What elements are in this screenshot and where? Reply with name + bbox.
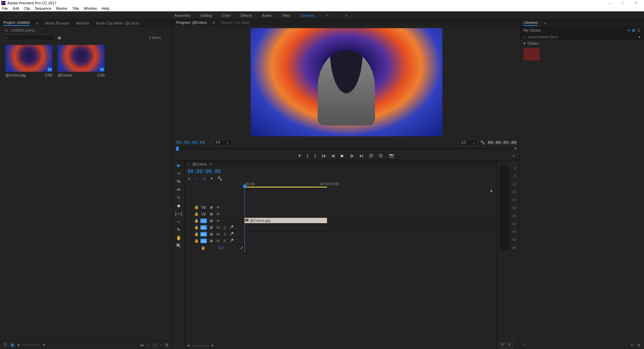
add-content-icon[interactable]: + (524, 343, 526, 347)
mute-icon[interactable]: M (216, 226, 220, 230)
panel-menu-icon[interactable]: ≡ (36, 21, 38, 25)
track-label[interactable]: V3 (200, 205, 207, 209)
step-forward-icon[interactable]: |▸ (350, 153, 354, 158)
search-input[interactable]: ⌕ (5, 35, 55, 41)
lock-icon[interactable]: 🔒 (194, 232, 198, 236)
maximize-button[interactable]: ▢ (616, 1, 629, 5)
menu-window[interactable]: Window (84, 6, 97, 10)
resolution-dropdown[interactable]: 1/2⌄ (459, 140, 478, 145)
project-item[interactable]: @Colors.jpg5:00 (5, 45, 52, 77)
color-swatch[interactable] (524, 48, 540, 60)
workspace-menu-icon[interactable]: ≡ (326, 13, 328, 17)
list-view-icon[interactable]: ☰ (637, 28, 641, 33)
delete-icon[interactable]: 🗑 (165, 343, 169, 347)
lock-icon[interactable]: 🔒 (194, 239, 198, 243)
track-content[interactable] (245, 211, 496, 217)
workspace-effects[interactable]: Effects (241, 13, 252, 17)
go-to-in-icon[interactable]: |◂ (322, 153, 325, 158)
menu-edit[interactable]: Edit (13, 6, 19, 10)
marker-icon[interactable]: ▾ (299, 153, 301, 158)
libraries-sync-icon[interactable]: ⟲ (631, 343, 634, 347)
workspace-libraries[interactable]: Libraries (300, 13, 314, 17)
new-item-icon[interactable]: ▫ (160, 343, 162, 347)
work-area-bar[interactable] (245, 187, 327, 188)
rolling-edit-icon[interactable]: ⇔ (175, 187, 182, 192)
menu-clip[interactable]: Clip (24, 6, 30, 10)
timecode-in[interactable]: 00:00:00:00 (176, 140, 205, 145)
solo-left[interactable]: S (499, 342, 505, 349)
track-label[interactable]: V2 (200, 212, 207, 216)
zoom-slider[interactable] (23, 345, 40, 345)
timeline-timecode[interactable]: 00:00:00:00 (187, 168, 221, 174)
timeline-clip[interactable]: @Colors.jpg (245, 218, 327, 223)
nest-icon[interactable]: ⚹ (187, 176, 191, 181)
zoom-slider-handle[interactable] (43, 344, 45, 346)
play-icon[interactable]: ▶ (341, 153, 344, 158)
stock-search-input[interactable] (528, 35, 637, 39)
source-patch-icon[interactable]: ▣ (209, 212, 214, 216)
workspace-titles[interactable]: Titles (281, 13, 290, 17)
close-button[interactable]: ✕ (629, 1, 643, 5)
lock-icon[interactable]: 🔒 (194, 205, 198, 209)
workspace-assembly[interactable]: Assembly (174, 13, 191, 17)
workspace-editing[interactable]: Editing (201, 13, 212, 17)
zoom-fit-dropdown[interactable]: Fit⌄ (214, 140, 231, 145)
toggle-output-icon[interactable]: 👁 (216, 212, 220, 216)
solo-icon[interactable]: S (222, 239, 227, 243)
toggle-output-icon[interactable]: 👁 (216, 219, 220, 223)
export-frame-icon[interactable]: 📷 (389, 153, 394, 158)
voice-over-icon[interactable]: 🎤 (229, 239, 234, 243)
mute-icon[interactable]: M (216, 232, 220, 236)
track-content[interactable] (245, 238, 496, 244)
workspace-color[interactable]: Color (222, 13, 230, 17)
zoom-start-dot[interactable] (187, 345, 190, 347)
menu-help[interactable]: Help (102, 6, 109, 10)
linked-selection-icon[interactable]: ⚺ (203, 176, 206, 181)
menu-title[interactable]: Title (72, 6, 79, 10)
tab-project[interactable]: Project: Untitled (3, 20, 30, 26)
sequence-name[interactable]: @Colors (192, 162, 207, 166)
menu-file[interactable]: File (2, 6, 8, 10)
tab-source[interactable]: Source: (no clips) (221, 20, 250, 24)
source-patch-icon[interactable]: ▣ (209, 218, 214, 223)
program-monitor[interactable] (251, 28, 442, 136)
panel-menu-icon[interactable]: ≡ (213, 20, 215, 24)
find-icon[interactable]: ⌕ (148, 343, 150, 347)
menu-sequence[interactable]: Sequence (35, 6, 52, 10)
track-select-forward-icon[interactable]: ⇢ (175, 170, 182, 176)
hand-tool-icon[interactable]: ✋ (175, 235, 182, 240)
zoom-slider-start[interactable] (17, 344, 19, 346)
track-label[interactable]: A2 (200, 232, 207, 237)
snap-icon[interactable]: ∩ (196, 176, 199, 181)
slip-tool-icon[interactable]: |↔| (175, 211, 182, 216)
filter-bin-icon[interactable]: ▣ (58, 36, 61, 40)
tab-program[interactable]: Program: @Colors (176, 20, 207, 24)
tab-audio-mixer[interactable]: Audio Clip Mixer: @Colors (96, 21, 140, 25)
timeline-settings-icon[interactable]: 🔧 (217, 176, 222, 181)
lock-icon[interactable]: 🔒 (201, 246, 205, 250)
library-section-header[interactable]: ▾ Colors (520, 40, 644, 46)
playhead-icon[interactable] (176, 147, 179, 151)
library-name[interactable]: My Library (524, 28, 541, 32)
selection-tool-icon[interactable]: ▶ (175, 162, 182, 168)
button-editor-icon[interactable]: + (513, 153, 515, 158)
go-to-out-icon[interactable]: ▸| (360, 153, 363, 158)
track-content[interactable] (245, 224, 496, 231)
solo-icon[interactable]: S (222, 226, 227, 230)
zoom-handle-dot[interactable] (212, 345, 214, 347)
ripple-edit-icon[interactable]: ⇆ (175, 179, 182, 184)
track-label[interactable]: V1 (200, 218, 207, 223)
library-dropdown-icon[interactable]: ▾ (628, 28, 630, 33)
source-patch-icon[interactable]: ▣ (209, 232, 214, 236)
track-label[interactable]: A3 (200, 239, 207, 243)
track-label[interactable]: A1 (200, 225, 207, 230)
track-content[interactable] (245, 231, 496, 237)
pen-tool-icon[interactable]: ✎ (175, 227, 182, 232)
workspace-overflow-icon[interactable]: » (345, 13, 347, 17)
minimize-button[interactable]: — (602, 1, 616, 5)
list-view-icon[interactable]: ☰ (3, 343, 7, 347)
settings-icon[interactable]: 🔧 (480, 140, 485, 145)
project-item[interactable]: @Colors5:00 (58, 45, 105, 77)
menu-marker[interactable]: Marker (56, 6, 67, 10)
extract-icon[interactable]: ⊡ (379, 153, 383, 158)
